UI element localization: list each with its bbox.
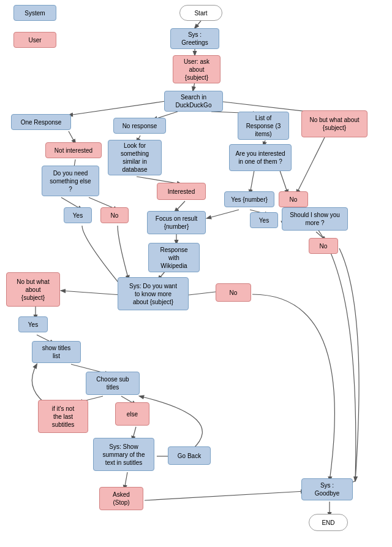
not-interested-node: Not interested xyxy=(45,142,102,158)
should-show-node: Should I show youmore ? xyxy=(282,207,348,231)
sys-show-summary-node: Sys: Showsummary of thetext in sutitles xyxy=(93,438,154,471)
do-you-need-node: Do you needsomething else? xyxy=(42,166,99,196)
system-label: System xyxy=(13,5,56,21)
look-similar-node: Look forsomethingsimilar indatabase xyxy=(108,140,162,175)
are-you-interested-node: Are you interestedin one of them ? xyxy=(229,144,292,171)
choose-subtitles-node: Choose subtitles xyxy=(86,372,140,395)
user-ask-node: User: askabout{subject} xyxy=(173,55,221,83)
yes-number-node: Yes {number} xyxy=(224,191,274,207)
svg-line-14 xyxy=(296,137,325,194)
response-wiki-node: ResponsewithWikipedia xyxy=(148,243,200,272)
one-response-node: One Response xyxy=(11,114,71,130)
no-but-what-left-node: No but whatabout{subject} xyxy=(6,272,60,307)
no-left-node: No xyxy=(100,207,129,223)
sys-goodbye-node: Sys :Goodbye xyxy=(301,478,353,500)
search-ddg-node: Search inDuckDuckGo xyxy=(164,91,223,112)
interested-node: Interested xyxy=(157,183,206,200)
no-right-node: No xyxy=(279,191,308,207)
svg-line-15 xyxy=(250,170,254,194)
end-node: END xyxy=(309,514,348,531)
svg-line-0 xyxy=(195,21,201,28)
list-response-node: List ofResponse (3items) xyxy=(238,112,289,140)
user-label: User xyxy=(13,32,56,48)
svg-line-25 xyxy=(61,291,121,295)
yes-mid-node: Yes xyxy=(250,212,278,228)
focus-result-node: Focus on result{number} xyxy=(147,211,206,234)
asked-stop-node: Asked(Stop) xyxy=(99,487,143,510)
svg-line-21 xyxy=(207,210,239,218)
sys-greetings-node: Sys :Greetings xyxy=(170,28,219,49)
show-titles-node: show titleslist xyxy=(32,341,81,363)
no-but-what-right-node: No but what about{subject} xyxy=(301,110,368,137)
svg-line-2 xyxy=(193,82,195,91)
yes-know-node: Yes xyxy=(18,316,48,332)
yes-left-node: Yes xyxy=(64,207,92,223)
sys-know-more-node: Sys: Do you wantto know moreabout {subje… xyxy=(118,277,189,310)
flowchart-diagram: System User Start Sys :Greetings User: a… xyxy=(0,0,392,547)
svg-line-8 xyxy=(69,131,75,143)
svg-line-7 xyxy=(69,101,165,115)
no-show-node: No xyxy=(309,238,338,254)
svg-line-34 xyxy=(145,491,305,500)
no-response-node: No response xyxy=(113,118,166,134)
if-not-last-node: if it's notthe lastsubtitles xyxy=(38,400,88,433)
else-node: else xyxy=(115,402,149,426)
no-know-node: No xyxy=(216,283,251,302)
start-node: Start xyxy=(179,5,222,21)
go-back-node: Go Back xyxy=(168,446,211,465)
